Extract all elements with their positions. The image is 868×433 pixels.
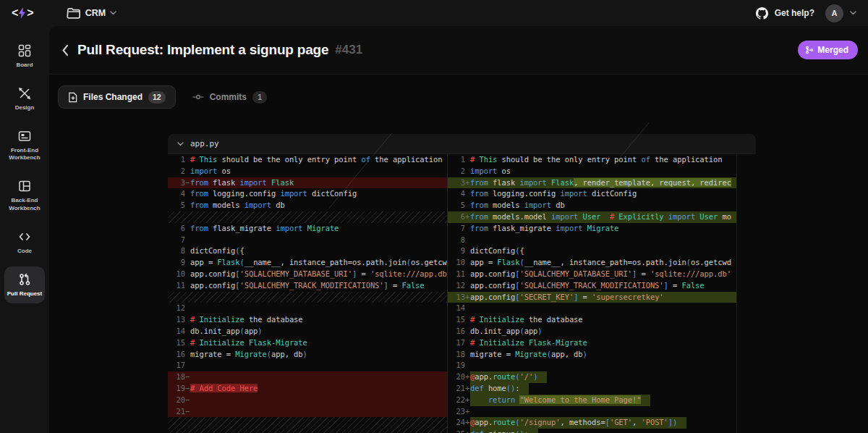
commits-count: 1 [252,91,267,104]
diff-line: 16migrate = Migrate(app, db) [168,349,447,361]
diff-line: 10app.config['SQLALCHEMY_DATABASE_URI'] … [168,269,447,280]
diff-body: 1# This should be the only entry point o… [168,154,756,433]
diff-line: 14db.init_app(app) [168,326,447,337]
diff-line: 12 [168,303,447,314]
diff-line [168,211,447,223]
diff-line: 12app.config['SQLALCHEMY_TRACK_MODIFICAT… [448,280,736,292]
sidebar-item-design[interactable]: Design [4,80,45,118]
chevron-down-icon [110,11,116,15]
backend-workbench-icon [17,179,32,193]
diff-line: 17# Initialize Flask-Migrate [448,337,736,349]
diff-line: 9app = Flask(__name__, instance_path=os.… [168,257,447,269]
diff-line: 21+def home(): [448,383,736,395]
code-icon [17,230,32,244]
chevron-down-icon[interactable] [850,11,856,15]
diff-line: 13# Initialize the database [168,314,447,326]
get-help-link[interactable]: Get help? [775,8,814,18]
diff-left-pane[interactable]: 1# This should be the only entry point o… [168,154,447,433]
diff-line: 4from logging.config import dictConfig [168,188,447,200]
app-logo[interactable]: <> [12,7,33,20]
diff-line: 10app = Flask(__name__, instance_path=os… [448,257,736,269]
diff-line [168,417,447,429]
diff-file-header[interactable]: app.py [168,134,756,154]
avatar[interactable]: A [825,4,843,22]
folder-icon [67,6,81,20]
diff-line: 20+@app.route('/') [448,371,736,383]
diff-line: 22+ return "Welcome to the Home Page!" [448,395,736,406]
diff-line: 15# Initialize Flask-Migrate [168,337,447,349]
diff-line: 5from models import db [168,200,447,211]
diff-line: 7from flask_migrate import Migrate [448,223,736,235]
diff-line: 3+from flask import Flask, render_templa… [448,177,736,189]
diff-line: 5from models import db [448,200,736,211]
diff-line: 4from logging.config import dictConfig [448,188,736,200]
file-plus-icon [68,92,77,103]
diff-line: 9dictConfig({ [448,245,736,257]
diff-line: 21− [168,406,447,418]
sidebar-item-frontend-workbench[interactable]: Front-End Workbench [4,123,45,169]
sidebar-item-backend-workbench[interactable]: Back-End Workbench [4,173,45,219]
diff-line: 8 [448,235,736,246]
pull-request-icon [17,272,32,287]
diff-line: 7 [168,235,447,246]
sidebar-item-pull-request[interactable]: Pull Request [4,266,45,304]
sidebar: Board Design Front-End Workbench Back-En… [0,26,49,433]
tab-files-changed[interactable]: Files Changed 12 [58,85,176,109]
pr-number: #431 [335,43,362,57]
main-panel: Pull Request: Implement a signup page #4… [49,26,868,433]
diff-line: 3−from flask import Flask [168,177,447,189]
git-commit-icon [192,93,204,101]
tab-commits[interactable]: Commits 1 [183,85,276,109]
diff-line: 2import os [448,166,736,177]
diff-line: 14 [448,303,736,314]
diff-line: 1# This should be the only entry point o… [168,154,447,166]
sidebar-item-board[interactable]: Board [4,38,45,75]
diff-line: 20− [168,395,447,406]
diff-line: 18migrate = Migrate(app, db) [448,349,736,361]
pr-title-bar: Pull Request: Implement a signup page #4… [49,26,868,75]
pr-tabs: Files Changed 12 Commits 1 [58,85,276,109]
diff-line: 19−# Add Code Here [168,383,447,395]
diff-line [168,292,447,303]
design-tools-icon [17,86,32,101]
frontend-workbench-icon [17,129,32,143]
project-name: CRM [85,8,106,18]
diff-line: 16db.init_app(app) [448,326,736,337]
diff-card: app.py 1# This should be the only entry … [168,134,756,433]
diff-line: 19 [448,360,736,371]
board-icon [17,43,32,58]
diff-line: 17 [168,360,447,371]
project-switcher[interactable]: CRM [67,6,116,20]
diff-line: 24+@app.route('/signup', methods=['GET',… [448,417,736,429]
diff-line: 11app.config['SQLALCHEMY_DATABASE_URI'] … [448,269,736,280]
lightning-bolt-icon [18,7,26,19]
diff-line: 1# This should be the only entry point o… [448,154,736,166]
chevron-down-icon [177,142,184,146]
diff-line: 11app.config['SQLALCHEMY_TRACK_MODIFICAT… [168,280,447,292]
diff-right-pane[interactable]: 1# This should be the only entry point o… [448,154,737,433]
diff-line: 2import os [168,166,447,177]
back-button[interactable] [61,44,69,56]
diff-line: 15# Initialize the database [448,314,736,326]
git-merge-icon [805,46,814,54]
diff-line: 25+def signup(): [448,429,736,433]
page-title: Pull Request: Implement a signup page [77,42,328,58]
status-badge: Merged [798,41,858,59]
diff-line: 6from flask_migrate import Migrate [168,223,447,235]
diff-line [168,429,447,433]
top-bar: <> CRM Get help? A [0,0,868,26]
sidebar-item-code[interactable]: Code [4,224,45,261]
file-name: app.py [190,139,219,148]
diff-line: 23+ [448,406,736,418]
files-changed-count: 12 [148,91,166,104]
diff-line: 8dictConfig({ [168,245,447,257]
diff-line: 18− [168,371,447,383]
diff-line: 13+app.config['SECRET_KEY'] = 'supersecr… [448,292,736,303]
github-icon[interactable] [756,7,768,20]
diff-line: 6+from models.model import User # Explic… [448,211,736,223]
